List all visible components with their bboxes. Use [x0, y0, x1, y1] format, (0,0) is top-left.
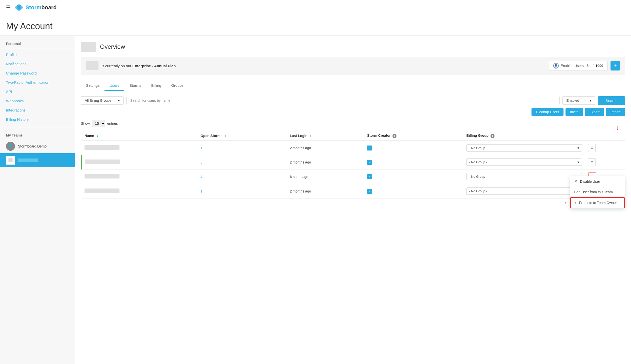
col-open-storms-sort-icon[interactable]: ⇕ [224, 135, 226, 138]
action-btns: Cleanup Users Invite Export Import [81, 108, 625, 116]
billing-group-select[interactable]: All Billing Groups ▾ [81, 96, 124, 105]
main-layout: Personal Profile Notifications Change Pa… [0, 36, 631, 364]
table-row: 4 6 hours ago ✓ - No Group - ▾ ≡ [82, 169, 625, 184]
last-login: 2 months ago [287, 155, 364, 169]
search-input-wrapper [126, 96, 560, 105]
x-icon: ✕ [574, 179, 578, 184]
entries-select[interactable]: 10 25 50 [92, 120, 105, 127]
billing-group-cell-select[interactable]: - No Group - ▾ [466, 173, 582, 180]
context-menu-disable-user[interactable]: ✕ Disable User [570, 176, 625, 187]
open-storms-link[interactable]: 4 [200, 175, 202, 179]
top-nav: ☰ Stormboard [0, 0, 631, 15]
sidebar-my-teams-label: My Teams [0, 128, 75, 139]
enabled-of: of [590, 64, 594, 68]
plan-avatar-placeholder [86, 61, 98, 70]
red-arrow-down: ↓ [616, 124, 620, 132]
enabled-users-label: Enabled Users: [561, 64, 585, 68]
overview-title: Overview [100, 43, 125, 50]
sidebar-item-api[interactable]: API [0, 87, 75, 96]
storm-creator-checkbox[interactable]: ✓ [367, 174, 372, 179]
plan-text: is currently on our Enterprise - Annual … [102, 64, 176, 68]
billing-group-cell-select[interactable]: - No Group - ▾ [466, 188, 582, 195]
billing-group-cell-select[interactable]: - No Group - ▾ [466, 158, 582, 166]
row-action-menu-button[interactable]: ≡ [588, 144, 596, 152]
user-circle-icon: 👤 [553, 63, 559, 68]
billing-dropdown-chevron-icon: ▾ [578, 146, 579, 150]
storm-creator-checkbox[interactable]: ✓ [367, 189, 372, 194]
col-storm-creator-info-icon[interactable]: i [392, 134, 396, 138]
entries-label: entries [107, 122, 118, 126]
invite-button[interactable]: Invite [566, 108, 583, 116]
col-actions [585, 131, 625, 141]
last-login: 6 hours ago [287, 169, 364, 184]
col-last-login-sort-icon[interactable]: ⇕ [310, 135, 312, 138]
search-input[interactable] [126, 96, 560, 105]
overview-header: Overview [81, 42, 625, 52]
row-action-menu-button[interactable]: ≡ [588, 158, 596, 166]
col-billing-group-info-icon[interactable]: i [490, 134, 494, 138]
sidebar-item-integrations[interactable]: Integrations [0, 106, 75, 115]
user-name-placeholder [84, 188, 120, 193]
tab-users[interactable]: Users [104, 81, 124, 91]
team-name-stormboard-demo: Stormboard Demo [18, 144, 46, 148]
col-name-sort-icon[interactable]: ▲ [96, 134, 99, 138]
overview-avatar-placeholder [81, 42, 96, 52]
show-entries: Show 10 25 50 entries [81, 120, 625, 127]
team-item-active[interactable] [0, 153, 75, 167]
col-billing-group: Billing Group i [463, 131, 585, 141]
show-label: Show [81, 122, 90, 126]
table-row: 8 2 months ago ✓ - No Group - ▾ ≡ [82, 155, 625, 169]
col-name: Name ▲ [82, 131, 198, 141]
user-name-placeholder [84, 174, 120, 178]
table-row: 1 2 months ago ✓ - No Group - ▾ ≡ [82, 141, 625, 155]
context-menu-ban-user[interactable]: Ban User from this Team [570, 187, 625, 197]
sidebar-item-notifications[interactable]: Notifications [0, 59, 75, 68]
sidebar-item-profile[interactable]: Profile [0, 50, 75, 59]
billing-group-label: All Billing Groups [85, 98, 112, 102]
sidebar-item-webhooks[interactable]: Webhooks [0, 96, 75, 106]
red-side-arrow-icon: → [562, 200, 567, 206]
open-storms-link[interactable]: 8 [200, 160, 202, 164]
search-button[interactable]: Search [598, 96, 625, 105]
col-last-login: Last Login ⇕ [287, 131, 364, 141]
last-login: 2 months ago [287, 141, 364, 155]
enabled-total: 1000 [596, 64, 603, 68]
export-button[interactable]: Export [585, 108, 604, 116]
context-menu: ✕ Disable User Ban User from this Team →… [570, 176, 625, 208]
tab-settings[interactable]: Settings [81, 81, 104, 91]
billing-dropdown-chevron-icon: ▾ [578, 160, 579, 164]
sidebar: Personal Profile Notifications Change Pa… [0, 36, 75, 364]
enabled-users-badge: 👤 Enabled Users: 8 of 1000 [549, 61, 608, 71]
sidebar-item-change-password[interactable]: Change Password [0, 68, 75, 78]
cleanup-users-button[interactable]: Cleanup Users [532, 108, 564, 116]
open-storms-link[interactable]: 1 [200, 146, 202, 150]
table-row: 1 2 months ago ✓ - No Group - ▾ ≡ [82, 184, 625, 198]
users-table: Name ▲ Open Storms ⇕ Last Login ⇕ Stor [81, 131, 625, 198]
storm-creator-checkbox[interactable]: ✓ [367, 146, 372, 150]
plan-banner-right: 👤 Enabled Users: 8 of 1000 + [549, 61, 620, 71]
import-button[interactable]: Import [606, 108, 625, 116]
tab-groups[interactable]: Groups [166, 81, 188, 91]
team-name-active [18, 158, 38, 162]
add-user-button[interactable]: + [610, 61, 620, 70]
hamburger-icon[interactable]: ☰ [6, 4, 10, 10]
tab-billing[interactable]: Billing [146, 81, 166, 91]
content-area: Overview is currently on our Enterprise … [75, 36, 631, 364]
billing-group-cell-select[interactable]: - No Group - ▾ [466, 144, 582, 152]
logo-area: Stormboard [14, 3, 57, 12]
team-item-stormboard-demo[interactable]: Stormboard Demo [0, 139, 75, 153]
sidebar-item-billing-history[interactable]: Billing History [0, 115, 75, 124]
user-name-placeholder [84, 145, 120, 150]
tabs: Settings Users Storms Billing Groups [81, 81, 625, 91]
tab-storms[interactable]: Storms [124, 81, 146, 91]
plan-name: Enterprise - Annual Plan [132, 64, 176, 68]
plan-banner: is currently on our Enterprise - Annual … [81, 57, 625, 75]
context-menu-promote-owner[interactable]: → ↑ Promote to Team Owner [570, 197, 625, 208]
promote-owner-label: Promote to Team Owner [579, 201, 617, 205]
storm-creator-checkbox[interactable]: ✓ [367, 160, 372, 165]
status-select[interactable]: Enabled ▾ [562, 96, 595, 105]
svg-point-2 [18, 6, 20, 9]
open-storms-link[interactable]: 1 [200, 189, 202, 193]
page-title-area: My Account [0, 15, 631, 36]
sidebar-item-two-factor[interactable]: Two-Factor Authentication [0, 78, 75, 87]
